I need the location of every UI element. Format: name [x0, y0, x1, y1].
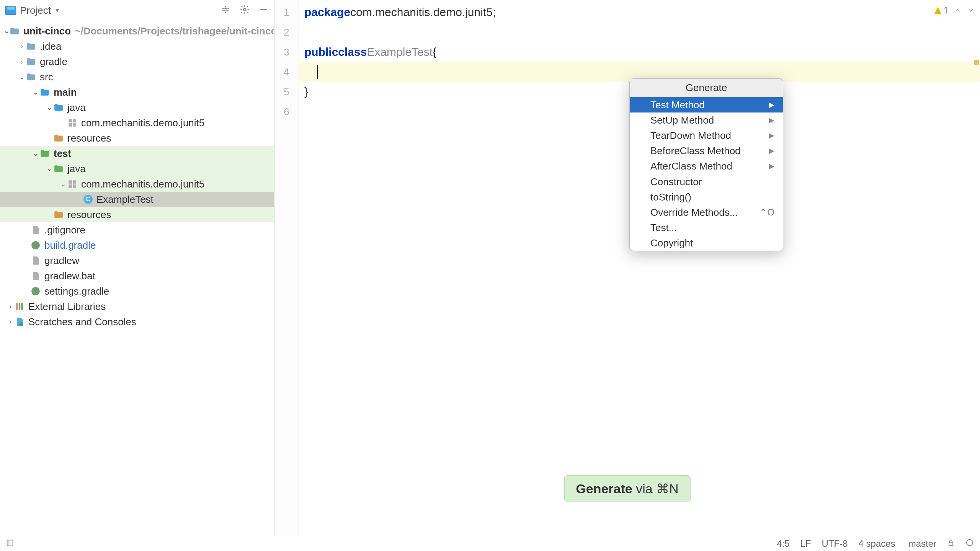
svg-rect-7 [69, 184, 72, 188]
tree-item-test[interactable]: ⌄ test [0, 146, 274, 161]
sidebar-header: Project ▾ [0, 0, 274, 21]
expand-arrow-icon[interactable]: › [6, 303, 15, 311]
tree-item-idea[interactable]: › .idea [0, 39, 274, 54]
resources-folder-icon [54, 133, 64, 143]
svg-point-0 [243, 8, 246, 11]
shortcut-toast: Generate via ⌘N [564, 475, 690, 502]
svg-rect-13 [21, 303, 23, 310]
tree-item-scratches[interactable]: › Scratches and Consoles [0, 314, 274, 329]
expand-arrow-icon[interactable]: ⌄ [31, 149, 40, 158]
svg-point-14 [19, 322, 23, 326]
generate-popup: Generate Test Method▶SetUp Method▶TearDo… [629, 78, 783, 251]
tree-item-resources-test[interactable]: resources [0, 207, 274, 222]
project-view-icon [5, 6, 16, 15]
tree-item-gradlew-bat[interactable]: gradlew.bat [0, 268, 274, 284]
warning-marker[interactable] [974, 60, 979, 65]
tree-item-gitignore[interactable]: .gitignore [0, 222, 274, 238]
generate-menu-item[interactable]: Test Method▶ [630, 97, 783, 112]
expand-arrow-icon[interactable]: › [6, 318, 15, 326]
gradle-file-icon [31, 240, 41, 250]
expand-arrow-icon[interactable]: ⌄ [59, 180, 67, 188]
tree-item-java-main[interactable]: ⌄ java [0, 100, 274, 115]
line-number[interactable]: 2 [274, 22, 299, 42]
tree-item-example-test[interactable]: C ExampleTest [0, 192, 274, 207]
generate-menu-item[interactable]: AfterClass Method▶ [630, 158, 783, 174]
test-folder-icon [40, 148, 50, 158]
tree-item-pkg-main[interactable]: com.mechanitis.demo.junit5 [0, 115, 274, 130]
editor[interactable]: 1 2 3 4 5 6 package com.mechanitis.demo.… [274, 0, 980, 536]
tree-item-gradle[interactable]: › gradle [0, 54, 274, 69]
caret [317, 65, 318, 79]
indent[interactable]: 4 spaces [859, 538, 895, 549]
file-icon [31, 225, 41, 235]
gutter: 1 2 3 4 5 6 [274, 0, 299, 536]
line-number[interactable]: 5 [274, 82, 299, 102]
tree-item-external-libs[interactable]: › External Libraries [0, 299, 274, 314]
generate-menu-item[interactable]: Override Methods...⌃O [630, 205, 783, 220]
status-indicator-icon[interactable] [965, 538, 974, 549]
warnings-indicator[interactable]: 1 [934, 5, 949, 16]
lock-icon[interactable] [947, 538, 955, 549]
svg-point-10 [31, 287, 40, 295]
project-tree[interactable]: ⌄ unit-cinco ~/Documents/Projects/trisha… [0, 21, 274, 536]
folder-icon [26, 57, 36, 67]
encoding[interactable]: UTF-8 [822, 538, 848, 549]
project-selector[interactable]: Project [20, 5, 51, 16]
folder-icon [26, 72, 36, 82]
generate-menu-item[interactable]: SetUp Method▶ [630, 112, 783, 128]
tree-item-gradlew[interactable]: gradlew [0, 253, 274, 268]
generate-menu-item[interactable]: BeforeClass Method▶ [630, 143, 783, 158]
line-number[interactable]: 3 [274, 42, 299, 62]
expand-arrow-icon[interactable]: ⌄ [18, 73, 26, 81]
library-icon [15, 302, 24, 311]
expand-arrow-icon[interactable]: ⌄ [45, 165, 54, 173]
tree-root[interactable]: ⌄ unit-cinco ~/Documents/Projects/trisha… [0, 23, 274, 39]
generate-menu-item[interactable]: Test... [630, 220, 783, 235]
scratches-icon [15, 317, 24, 327]
expand-arrow-icon[interactable]: ⌄ [45, 103, 54, 112]
svg-rect-6 [73, 180, 76, 184]
collapse-icon[interactable] [220, 5, 230, 16]
svg-rect-8 [73, 184, 76, 188]
tree-item-resources-main[interactable]: resources [0, 130, 274, 146]
tree-item-settings-gradle[interactable]: settings.gradle [0, 284, 274, 299]
svg-rect-5 [69, 180, 72, 184]
chevron-down-icon[interactable]: ▾ [56, 6, 59, 15]
expand-arrow-icon[interactable]: › [18, 42, 26, 51]
line-number[interactable]: 6 [274, 102, 299, 122]
package-icon [67, 118, 77, 128]
chevron-up-icon[interactable] [954, 4, 962, 17]
tree-item-pkg-test[interactable]: ⌄ com.mechanitis.demo.junit5 [0, 176, 274, 192]
expand-arrow-icon[interactable]: › [18, 58, 26, 66]
tree-item-build-gradle[interactable]: build.gradle [0, 238, 274, 253]
git-branch[interactable]: master [906, 538, 936, 549]
line-number[interactable]: 1 [274, 2, 299, 22]
svg-rect-20 [949, 543, 953, 546]
expand-arrow-icon[interactable]: ⌄ [4, 27, 10, 35]
test-folder-icon [54, 164, 64, 174]
cursor-position[interactable]: 4:5 [777, 538, 789, 549]
chevron-down-icon[interactable] [967, 4, 975, 17]
expand-arrow-icon[interactable]: ⌄ [31, 88, 40, 96]
generate-menu-item[interactable]: TearDown Method▶ [630, 128, 783, 143]
gear-icon[interactable] [240, 5, 250, 16]
submenu-arrow-icon: ▶ [769, 162, 774, 170]
tree-item-src[interactable]: ⌄ src [0, 69, 274, 85]
line-number[interactable]: 4 [274, 62, 299, 82]
minimize-icon[interactable] [259, 5, 269, 16]
line-ending[interactable]: LF [800, 538, 811, 549]
submenu-arrow-icon: ▶ [769, 116, 774, 124]
svg-rect-4 [73, 123, 76, 127]
generate-menu-item[interactable]: toString() [630, 189, 783, 205]
generate-menu-item[interactable]: Copyright [630, 235, 783, 251]
generate-menu-item[interactable]: Constructor [630, 174, 783, 189]
class-icon: C [83, 195, 93, 204]
tool-window-toggle-icon[interactable] [6, 538, 14, 549]
file-icon [31, 271, 41, 281]
tree-item-main[interactable]: ⌄ main [0, 85, 274, 100]
gradle-file-icon [31, 286, 41, 296]
tree-item-java-test[interactable]: ⌄ java [0, 161, 274, 176]
svg-rect-12 [19, 303, 20, 310]
folder-icon [26, 41, 36, 51]
project-sidebar: Project ▾ ⌄ unit-cinco ~/Documents/Proje… [0, 0, 274, 536]
